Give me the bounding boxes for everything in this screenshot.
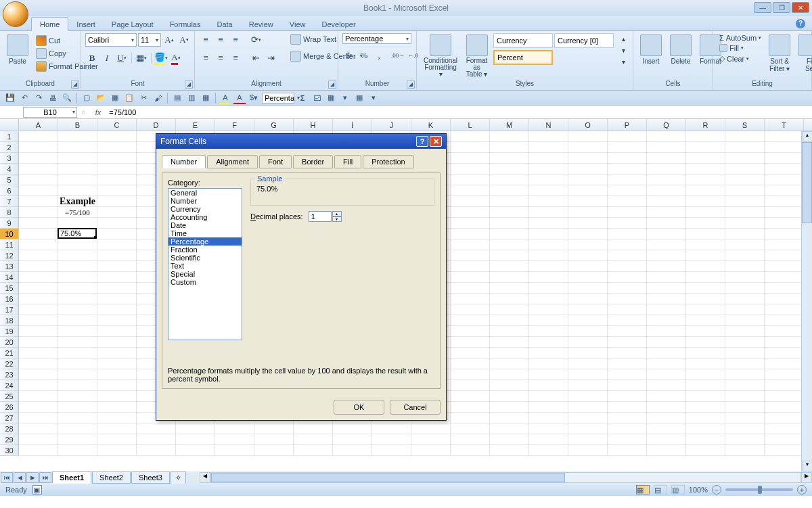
cell-A1[interactable] (19, 131, 58, 142)
zoom-slider[interactable] (725, 488, 793, 491)
cell-L27[interactable] (451, 413, 490, 423)
cell-Q17[interactable] (647, 304, 686, 315)
grow-font-button[interactable]: A▴ (162, 33, 176, 47)
cell-L25[interactable] (451, 391, 490, 402)
cell-M21[interactable] (490, 348, 529, 359)
cell-A28[interactable] (19, 423, 58, 434)
cell-C7[interactable] (97, 196, 137, 207)
cell-O23[interactable] (568, 369, 608, 380)
cell-A14[interactable] (19, 272, 58, 283)
hscroll-thumb[interactable] (211, 473, 565, 482)
cell-R6[interactable] (686, 185, 725, 196)
cancel-button[interactable]: Cancel (390, 400, 441, 415)
cell-R24[interactable] (686, 380, 725, 391)
cell-N16[interactable] (529, 294, 568, 304)
bold-button[interactable]: B (85, 51, 99, 65)
cell-T18[interactable] (765, 315, 804, 326)
cell-O21[interactable] (568, 348, 608, 359)
cell-Q16[interactable] (647, 294, 686, 304)
cell-L6[interactable] (451, 185, 490, 196)
hscroll-left[interactable]: ◀ (200, 472, 210, 483)
row-header-24[interactable]: 24 (0, 380, 18, 391)
delete-cells-button[interactable]: Delete (667, 33, 694, 66)
qat-11[interactable]: A (233, 92, 246, 104)
cell-L30[interactable] (451, 445, 490, 456)
cell-L9[interactable] (451, 218, 490, 229)
cell-P26[interactable] (608, 402, 647, 413)
cell-R7[interactable] (686, 196, 725, 207)
cell-N15[interactable] (529, 283, 568, 294)
dialog-tab-number[interactable]: Number (162, 155, 206, 168)
cell-B25[interactable] (58, 391, 97, 402)
row-header-20[interactable]: 20 (0, 337, 18, 348)
cell-I28[interactable] (333, 423, 372, 434)
cell-N28[interactable] (529, 423, 568, 434)
cell-B30[interactable] (58, 445, 97, 456)
cell-C13[interactable] (97, 261, 137, 272)
cell-M1[interactable] (490, 131, 529, 142)
cell-B15[interactable] (58, 283, 97, 294)
row-header-14[interactable]: 14 (0, 272, 18, 283)
cell-N17[interactable] (529, 304, 568, 315)
row-header-4[interactable]: 4 (0, 164, 18, 175)
cell-M14[interactable] (490, 272, 529, 283)
cell-M29[interactable] (490, 434, 529, 445)
cell-S5[interactable] (725, 175, 765, 185)
maximize-button[interactable]: ❐ (773, 2, 790, 13)
category-scientific[interactable]: Scientific (168, 254, 242, 262)
cell-T5[interactable] (765, 175, 804, 185)
cell-T16[interactable] (765, 294, 804, 304)
cell-F28[interactable] (215, 423, 254, 434)
cell-R13[interactable] (686, 261, 725, 272)
cell-N13[interactable] (529, 261, 568, 272)
row-header-1[interactable]: 1 (0, 131, 18, 142)
row-header-29[interactable]: 29 (0, 434, 18, 445)
row-header-9[interactable]: 9 (0, 218, 18, 229)
cell-Q5[interactable] (647, 175, 686, 185)
cell-T3[interactable] (765, 153, 804, 164)
format-as-table-button[interactable]: Format asTable ▾ (463, 33, 491, 79)
cell-S16[interactable] (725, 294, 765, 304)
cell-R15[interactable] (686, 283, 725, 294)
qat-07[interactable]: ▤ (171, 92, 183, 104)
cell-T25[interactable] (765, 391, 804, 402)
cell-F29[interactable] (215, 434, 254, 445)
cell-A29[interactable] (19, 434, 58, 445)
cell-N2[interactable] (529, 142, 568, 153)
clear-button[interactable]: ◇Clear▾ (717, 53, 763, 64)
row-header-13[interactable]: 13 (0, 261, 18, 272)
qat-16[interactable]: ▦ (353, 92, 365, 104)
view-layout[interactable]: ▤ (654, 485, 667, 494)
cell-O30[interactable] (568, 445, 608, 456)
increase-decimal-button[interactable]: .00→ (391, 49, 405, 62)
insert-cells-button[interactable]: Insert (637, 33, 664, 66)
cell-N30[interactable] (529, 445, 568, 456)
horizontal-scrollbar[interactable] (210, 472, 801, 483)
cell-O14[interactable] (568, 272, 608, 283)
column-header-P[interactable]: P (608, 119, 647, 131)
cell-Q12[interactable] (647, 250, 686, 261)
cell-A27[interactable] (19, 413, 58, 423)
cell-R30[interactable] (686, 445, 725, 456)
cell-M13[interactable] (490, 261, 529, 272)
close-button[interactable]: ✕ (792, 2, 809, 13)
dialog-tab-fill[interactable]: Fill (334, 155, 361, 168)
tab-data[interactable]: Data (208, 18, 240, 30)
cell-O26[interactable] (568, 402, 608, 413)
fx-icon[interactable]: fx (95, 108, 102, 116)
cell-L4[interactable] (451, 164, 490, 175)
decimal-places-input[interactable] (309, 211, 332, 222)
cell-K30[interactable] (411, 445, 451, 456)
cell-O10[interactable] (568, 229, 608, 239)
cell-L2[interactable] (451, 142, 490, 153)
cell-B24[interactable] (58, 380, 97, 391)
cell-R18[interactable] (686, 315, 725, 326)
qat-preview[interactable]: 🔍 (61, 92, 73, 104)
qat-fx[interactable]: Σ (296, 92, 309, 104)
cell-C28[interactable] (97, 423, 137, 434)
qat-save[interactable]: 💾 (4, 92, 16, 104)
align-center-button[interactable]: ≡ (214, 51, 227, 65)
qat-14[interactable]: ▦ (325, 92, 337, 104)
cell-T6[interactable] (765, 185, 804, 196)
cell-I29[interactable] (333, 434, 372, 445)
